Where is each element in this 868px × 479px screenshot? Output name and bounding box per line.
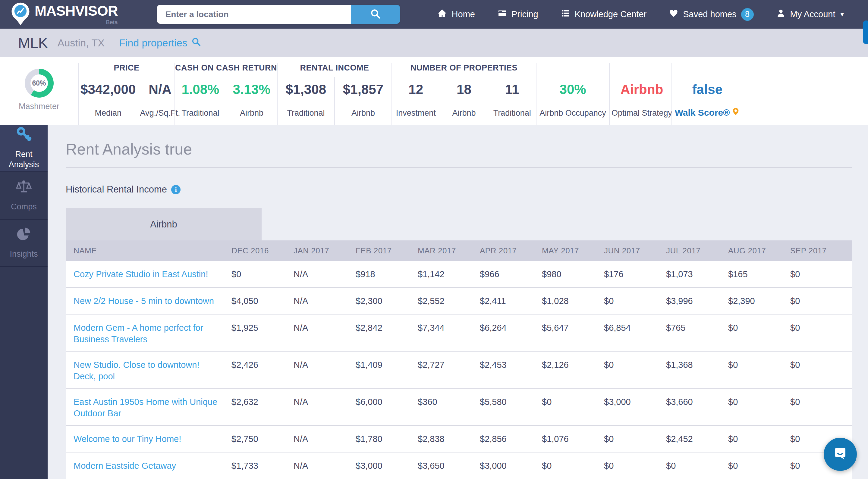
nav-item-my-account[interactable]: My Account ▾ <box>776 8 844 20</box>
nav-item-home[interactable]: Home <box>437 8 475 21</box>
location-search <box>157 5 400 24</box>
search-button[interactable] <box>351 5 400 24</box>
rent-value-cell: $360 <box>417 396 479 408</box>
rent-value-cell: $6,854 <box>603 322 665 333</box>
beta-tag: Beta <box>106 19 118 26</box>
rent-value-cell: $5,647 <box>541 322 603 333</box>
rent-value-cell: $1,409 <box>355 359 417 371</box>
property-name-link[interactable]: Welcome to our Tiny Home! <box>66 433 231 445</box>
top-navbar: MASHVISOR Beta Home Pricing <box>0 0 868 29</box>
stat-label: Median <box>95 108 121 118</box>
rent-value-cell: $3,000 <box>479 460 541 472</box>
rent-value-cell: $4,050 <box>231 295 293 307</box>
stat-label: Traditional <box>181 108 219 118</box>
rent-value-cell: $0 <box>541 460 603 472</box>
find-properties-link[interactable]: Find properties <box>119 37 201 50</box>
page-scrollbar-thumb[interactable] <box>863 21 868 44</box>
neighborhood-title: MLK <box>18 35 48 51</box>
sidebar-item-insights[interactable]: Insights <box>0 220 48 267</box>
column-header: MAR 2017 <box>417 246 479 255</box>
nav-label: My Account <box>790 9 835 19</box>
table-row: East Austin 1950s Home with Unique Outdo… <box>66 389 852 426</box>
rent-value-cell: $176 <box>603 268 665 280</box>
rent-value-cell: $0 <box>603 359 665 371</box>
rent-value-cell: $2,552 <box>417 295 479 307</box>
stat-value: 18 <box>457 82 471 97</box>
table-body: Cozy Private Studio in East Austin!$0N/A… <box>66 261 852 479</box>
stat-value: N/A <box>149 82 172 97</box>
rent-value-cell: $0 <box>727 460 789 472</box>
nav-label: Pricing <box>512 9 538 19</box>
rent-value-cell: $0 <box>727 322 789 333</box>
stat-group-rental-income: RENTAL INCOME $1,308 Traditional $1,857 … <box>277 63 392 125</box>
stat-label: Traditional <box>493 108 531 118</box>
mashmeter: 60% Mashmeter <box>0 63 78 125</box>
rent-value-cell: $6,264 <box>479 322 541 333</box>
nav-item-pricing[interactable]: Pricing <box>497 8 538 20</box>
rent-value-cell: $0 <box>541 396 603 408</box>
chevron-down-icon: ▾ <box>840 10 844 19</box>
stat-group-header: NUMBER OF PROPERTIES <box>392 63 536 77</box>
stat-value: Airbnb <box>621 82 663 97</box>
chat-launcher-button[interactable] <box>824 438 857 471</box>
property-name-link[interactable]: Modern Eastside Getaway <box>66 460 231 472</box>
scales-icon <box>16 179 32 196</box>
rent-value-cell: $2,453 <box>479 359 541 371</box>
rent-value-cell: $2,426 <box>231 359 293 371</box>
stat-group-header: PRICE <box>79 63 175 77</box>
map-pin-logo-icon <box>11 2 30 27</box>
sidebar-item-comps[interactable]: Comps <box>0 172 48 220</box>
key-icon <box>16 127 32 144</box>
rent-value-cell: $5,580 <box>479 396 541 408</box>
table-row: Welcome to our Tiny Home!$2,750N/A$1,780… <box>66 426 852 452</box>
column-header: JUN 2017 <box>603 246 665 255</box>
mashvisor-logo[interactable]: MASHVISOR Beta <box>11 2 118 27</box>
location-subheader: MLK Austin, TX Find properties <box>0 29 868 57</box>
nav-label: Knowledge Center <box>575 9 647 19</box>
nav-item-saved-homes[interactable]: Saved homes 8 <box>669 8 753 21</box>
rent-value-cell: $2,126 <box>541 359 603 371</box>
search-input[interactable] <box>157 5 351 24</box>
search-icon <box>191 37 201 50</box>
rent-value-cell: N/A <box>293 322 355 333</box>
rent-value-cell: $1,368 <box>665 359 727 371</box>
rent-value-cell: $2,842 <box>355 322 417 333</box>
section-title-historical-rental-income: Historical Rental Income i <box>66 184 868 195</box>
rent-value-cell: $2,390 <box>727 295 789 307</box>
stat-group-header: CASH ON CASH RETURN <box>175 63 277 77</box>
summary-stats-bar: 60% Mashmeter PRICE $342,000 Median N/A … <box>0 57 868 125</box>
rent-value-cell: $0 <box>603 460 665 472</box>
property-name-link[interactable]: New Studio. Close to downtown! Deck, poo… <box>66 359 231 382</box>
rent-value-cell: $6,000 <box>355 396 417 408</box>
saved-homes-count-badge: 8 <box>741 8 754 21</box>
pricing-icon <box>497 8 507 20</box>
rent-value-cell: $0 <box>727 396 789 408</box>
sidebar-item-rent-analysis[interactable]: Rent Analysis <box>0 125 48 172</box>
sidebar-item-label: Insights <box>8 249 39 259</box>
tab-airbnb[interactable]: Airbnb <box>66 208 261 241</box>
rent-value-cell: $0 <box>789 359 852 371</box>
column-header: JAN 2017 <box>293 246 355 255</box>
table-row: Modern Gem - A home perfect for Business… <box>66 315 852 352</box>
property-name-link[interactable]: Modern Gem - A home perfect for Business… <box>66 322 231 345</box>
column-header: FEB 2017 <box>355 246 417 255</box>
city-label: Austin, TX <box>58 37 104 49</box>
brand-name: MASHVISOR <box>35 2 118 20</box>
historical-rental-income-table: NAMEDEC 2016JAN 2017FEB 2017MAR 2017APR … <box>66 241 852 479</box>
stat-label: Traditional <box>287 108 324 118</box>
rent-value-cell: N/A <box>293 460 355 472</box>
info-icon[interactable]: i <box>171 185 181 194</box>
rent-value-cell: $3,000 <box>603 396 665 408</box>
nav-item-knowledge-center[interactable]: Knowledge Center <box>561 8 647 20</box>
property-name-link[interactable]: New 2/2 House - 5 min to downtown <box>66 295 231 307</box>
stat-value: $1,857 <box>343 82 384 97</box>
user-icon <box>776 8 786 20</box>
main-panel: Rent Analysis true Historical Rental Inc… <box>48 125 868 479</box>
property-name-link[interactable]: East Austin 1950s Home with Unique Outdo… <box>66 396 231 419</box>
pie-chart-icon <box>16 226 32 244</box>
sidebar-item-label: Comps <box>9 202 38 212</box>
column-header: MAY 2017 <box>541 246 603 255</box>
stat-group-cash-on-cash: CASH ON CASH RETURN 1.08% Traditional 3.… <box>175 63 277 125</box>
stat-group-airbnb-occupancy: 30% Airbnb Occupancy <box>536 63 609 125</box>
property-name-link[interactable]: Cozy Private Studio in East Austin! <box>66 268 231 280</box>
